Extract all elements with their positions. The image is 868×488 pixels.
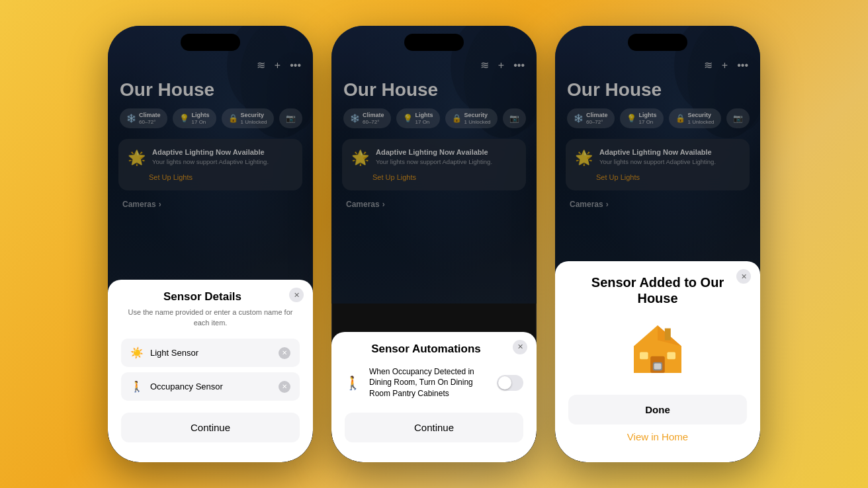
light-sensor-label: Light Sensor xyxy=(150,348,272,358)
occupancy-icon-2: 🚶 xyxy=(345,375,361,391)
phone-1: ≋ + ••• Our House ❄️ Climate 60–72° 💡 xyxy=(108,26,313,462)
light-sensor-icon: ☀️ xyxy=(130,346,144,359)
occupancy-sensor-label: Occupancy Sensor xyxy=(150,382,272,391)
house-icon-wrap xyxy=(568,319,747,379)
svg-rect-13 xyxy=(667,352,675,360)
modal-close-2[interactable]: ✕ xyxy=(513,340,527,354)
phone-3: ≋ + ••• Our House ❄️ Climate 60–72° 💡 Li… xyxy=(555,26,760,462)
modal-close-1[interactable]: ✕ xyxy=(289,288,304,302)
modal-overlay-1: ✕ Sensor Details Use the name provided o… xyxy=(108,26,313,462)
automation-item-1: 🚶 When Occupancy Detected in Dining Room… xyxy=(345,360,523,406)
svg-rect-16 xyxy=(665,329,671,341)
sensor-added-title: Sensor Added to Our House xyxy=(568,274,747,306)
continue-button-1[interactable]: Continue xyxy=(121,413,300,442)
occupancy-sensor-clear[interactable]: ✕ xyxy=(279,381,290,393)
light-sensor-clear[interactable]: ✕ xyxy=(279,347,290,359)
sensor-added-modal: ✕ Sensor Added to Our House xyxy=(555,261,760,462)
house-icon xyxy=(628,319,687,379)
svg-rect-12 xyxy=(640,352,648,360)
modal-close-3[interactable]: ✕ xyxy=(736,269,751,284)
modal-subtitle-1: Use the name provided or enter a custom … xyxy=(121,307,300,328)
view-home-link[interactable]: View in Home xyxy=(568,431,747,442)
automation-text-1: When Occupancy Detected in Dining Room, … xyxy=(369,366,489,399)
modal-overlay-2: ✕ Sensor Automations 🚶 When Occupancy De… xyxy=(331,26,537,462)
sensor-item-occupancy: 🚶 Occupancy Sensor ✕ xyxy=(121,372,300,401)
sensor-automations-modal: ✕ Sensor Automations 🚶 When Occupancy De… xyxy=(331,332,537,462)
svg-rect-15 xyxy=(654,364,662,370)
continue-button-2[interactable]: Continue xyxy=(345,413,523,442)
modal-title-2: Sensor Automations xyxy=(345,343,523,356)
sensor-item-light: ☀️ Light Sensor ✕ xyxy=(121,339,300,367)
modal-title-1: Sensor Details xyxy=(121,290,300,304)
occupancy-sensor-icon: 🚶 xyxy=(130,380,144,393)
modal-overlay-3: ✕ Sensor Added to Our House xyxy=(555,26,760,462)
done-button[interactable]: Done xyxy=(568,395,747,425)
sensor-details-modal: ✕ Sensor Details Use the name provided o… xyxy=(108,280,313,462)
automation-toggle-1[interactable] xyxy=(497,375,523,391)
phone-2: ≋ + ••• Our House ❄️ Climate 60–72° 💡 Li… xyxy=(331,26,537,462)
